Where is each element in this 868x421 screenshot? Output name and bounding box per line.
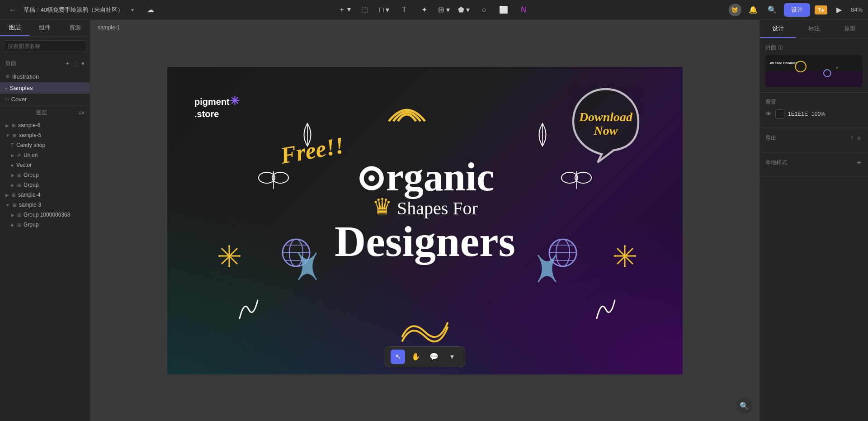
back-button[interactable]: ← — [5, 3, 20, 17]
search-box — [0, 37, 90, 56]
breadcrumb-dropdown[interactable]: ▾ — [125, 3, 140, 17]
search-button[interactable]: 🔍 — [765, 3, 779, 17]
slice-tool[interactable]: ⬜ — [496, 3, 511, 17]
expand-icon: ▶ — [11, 173, 14, 178]
hand-tool-button[interactable]: ✋ — [409, 350, 423, 364]
export-section: 导出 ↑ ＋ — [760, 128, 868, 152]
topbar-center: ＋ ▾ ⬚ □ ▾ T ✦ ⊞ ▾ ⬟ ▾ ○ ⬜ N — [337, 3, 531, 17]
add-button[interactable]: ＋ ▾ — [337, 3, 352, 17]
version-badge: T♠ — [815, 5, 827, 14]
hourglass-svg-l — [296, 251, 319, 282]
svg-point-12 — [228, 245, 230, 247]
snowflake-right — [613, 244, 637, 270]
cover-info-icon[interactable]: ⓘ — [778, 44, 783, 51]
layer-union[interactable]: ▶ ⇌ Union — [0, 150, 90, 160]
expand-icon: ▶ — [11, 222, 14, 227]
layer-candy[interactable]: T Candy shop — [0, 140, 90, 150]
layer-name: Vector — [16, 162, 32, 168]
snowflake-svg-l — [217, 244, 242, 269]
export-add-icon[interactable]: ＋ — [855, 133, 863, 143]
play-button[interactable]: ▶ — [832, 3, 846, 17]
layer-sample3[interactable]: ▼ ⊞ sample-3 — [0, 200, 90, 210]
local-style-label: 本地样式 — [765, 159, 787, 166]
cover-label: 封面 — [765, 44, 776, 52]
mask-tool[interactable]: ⬟ ▾ — [457, 3, 471, 17]
leaf-right — [533, 121, 552, 150]
layer-name: Group — [24, 222, 38, 228]
layer-vector[interactable]: ● Vector — [0, 160, 90, 170]
hourglass-left — [296, 251, 319, 284]
layers-options[interactable]: ≡× — [78, 110, 85, 116]
layer-group4[interactable]: ▶ ⊞ Group — [0, 220, 90, 230]
layer-sample4[interactable]: ▶ ⊞ sample-4 — [0, 190, 90, 200]
svg-point-22 — [614, 255, 616, 257]
layer-sample5[interactable]: ▼ ⊞ sample-5 — [0, 130, 90, 140]
more-tool-button[interactable]: ▾ — [445, 350, 459, 364]
design-canvas[interactable]: pigment✳.store DownloadNow Free!! ⊙rgani… — [167, 67, 683, 374]
breadcrumb-root[interactable]: 草稿 — [24, 6, 35, 14]
right-tab-annotate[interactable]: 标注 — [796, 20, 832, 38]
frame-tool[interactable]: ⬚ — [357, 3, 372, 17]
page-samples[interactable]: • Samples — [0, 82, 90, 94]
layer-search-input[interactable] — [4, 40, 86, 52]
bg-color-value[interactable]: 1E1E1E — [788, 111, 808, 117]
squiggle-bottom-center — [398, 314, 452, 347]
local-style-add-icon[interactable]: ＋ — [855, 158, 863, 167]
plugin-tool[interactable]: N — [516, 3, 531, 17]
select-tool-button[interactable]: ↖ — [391, 350, 405, 364]
user-avatar[interactable]: 🐱 — [729, 4, 741, 16]
page-options-button[interactable]: ⬚ — [73, 60, 79, 67]
page-icon-cover: □ — [5, 97, 9, 102]
page-cover[interactable]: □ Cover — [0, 94, 90, 105]
layer-name: Group 1000006368 — [24, 212, 70, 218]
canvas-content: pigment✳.store DownloadNow Free!! ⊙rgani… — [167, 67, 683, 374]
layer-group3[interactable]: ▶ ⊞ Group 1000006368 — [0, 210, 90, 220]
share-button[interactable]: 设计 — [784, 3, 810, 17]
layers-label: 图层 — [36, 109, 47, 117]
layer-sample6[interactable]: ▶ ⊞ sample-6 — [0, 120, 90, 130]
tab-layers[interactable]: 图层 — [0, 20, 30, 36]
layer-type-icon: T — [11, 143, 14, 148]
bg-visibility-button[interactable]: 👁 — [765, 110, 772, 118]
breadcrumb: 草稿 / 40幅免费手绘涂鸦（来自社区） ▾ — [24, 3, 140, 17]
layer-group1[interactable]: ▶ ⊞ Group — [0, 170, 90, 180]
squiggle-svg-bc — [398, 314, 452, 345]
page-label-cover: Cover — [11, 96, 27, 103]
right-tab-prototype[interactable]: 原型 — [832, 20, 868, 38]
notification-button[interactable]: 🔔 — [746, 3, 760, 17]
layers-header: 图层 ≡× — [0, 105, 90, 120]
tab-assets[interactable]: 资源 — [60, 20, 90, 36]
layer-type-icon: ⊞ — [13, 133, 16, 138]
cloud-sync-button[interactable]: ☁ — [143, 3, 158, 17]
comment-tool-button[interactable]: 💬 — [427, 350, 441, 364]
canvas-label: sample-1 — [98, 24, 120, 31]
bg-color-swatch[interactable] — [775, 109, 784, 118]
tab-components[interactable]: 组件 — [30, 20, 60, 36]
canvas-area[interactable]: sample-1 pigment✳.store DownloadNow Free… — [90, 20, 760, 421]
layer-group2[interactable]: ▶ ⊞ Group — [0, 180, 90, 190]
bg-label: 背景 — [765, 98, 776, 106]
cover-section: 封面 ⓘ 40 Free Doodles ✳ — [760, 38, 868, 93]
component-tool[interactable]: ⊞ ▾ — [437, 3, 451, 17]
layer-name: Group — [24, 182, 38, 188]
add-page-button[interactable]: ＋ — [65, 59, 71, 67]
text-tool[interactable]: T — [397, 3, 411, 17]
ellipse-tool[interactable]: ○ — [476, 3, 491, 17]
canvas-search-button[interactable]: 🔍 — [736, 397, 752, 414]
export-section-title: 导出 ↑ ＋ — [765, 133, 863, 143]
pen-tool[interactable]: ✦ — [417, 3, 431, 17]
export-upload-icon[interactable]: ↑ — [850, 134, 854, 142]
designers-text: Designers — [335, 220, 515, 263]
layer-type-icon: ⊞ — [12, 193, 15, 198]
butterfly-svg-r — [561, 166, 592, 194]
page-expand-button[interactable]: ▾ — [81, 60, 85, 67]
squiggle-svg-br — [592, 296, 619, 323]
shape-tool[interactable]: □ ▾ — [377, 3, 392, 17]
right-tab-design[interactable]: 设计 — [760, 20, 796, 38]
spiral-o: ⊙ — [356, 158, 386, 198]
pigment-logo: pigment✳.store — [194, 94, 240, 120]
breadcrumb-current[interactable]: 40幅免费手绘涂鸦（来自社区） — [41, 6, 123, 14]
snowflake-svg-r — [613, 244, 637, 269]
page-illustration[interactable]: ※ Illustration — [0, 71, 90, 82]
layer-type-icon: ⊞ — [13, 203, 16, 208]
